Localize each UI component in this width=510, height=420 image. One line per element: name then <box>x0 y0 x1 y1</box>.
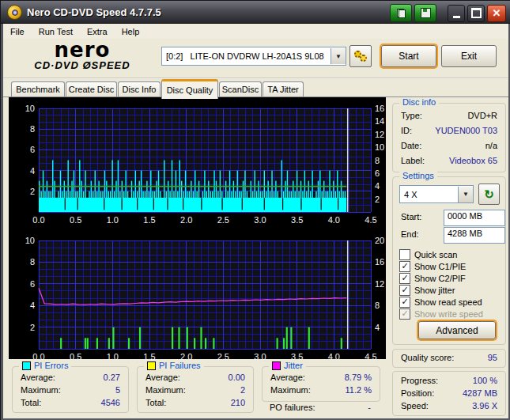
checkbox-show-c2-pif[interactable]: ✓Show C2/PIF <box>399 272 466 284</box>
axis-tick: 2 <box>30 187 35 196</box>
menu-run-test[interactable]: Run Test <box>32 25 80 38</box>
axis-tick: 16 <box>375 257 384 267</box>
pi-failures-legend-icon <box>147 361 156 370</box>
app-icon <box>7 5 22 20</box>
speed-select[interactable]: 4 X ▼ <box>399 185 474 203</box>
checkbox-icon[interactable]: ✓ <box>399 261 410 272</box>
tab-disc-info[interactable]: Disc Info <box>118 81 161 96</box>
close-button[interactable]: ✕ <box>487 5 506 22</box>
drive-options-button[interactable] <box>349 45 372 67</box>
start-button[interactable]: Start <box>381 45 436 67</box>
nero-logo: nero CD·DVD ØSPEED <box>11 40 153 71</box>
checkbox-icon[interactable]: ✓ <box>399 297 410 308</box>
menu-bar: File Run Test Extra Help <box>3 24 508 40</box>
speed-chevron-down-icon[interactable]: ▼ <box>458 187 473 202</box>
axis-tick: 8 <box>375 156 380 165</box>
axis-tick: 6 <box>375 168 380 178</box>
tab-benchmark[interactable]: Benchmark <box>11 81 65 96</box>
refresh-icon: ↻ <box>484 187 494 202</box>
axis-tick: 2 <box>30 323 35 332</box>
checkbox-icon[interactable]: ✓ <box>399 273 410 284</box>
axis-tick: 3.0 <box>254 352 266 361</box>
quality-score-panel: Quality score: 95 <box>392 349 506 368</box>
pie-max-label: Maximum: <box>21 385 61 397</box>
disc-info-panel: Disc info Type:DVD+R ID:YUDEN000 T03 Dat… <box>392 103 506 172</box>
position-value: 4287 MB <box>463 388 497 400</box>
jitter-max-label: Maximum: <box>270 385 311 397</box>
progress-label: Progress: <box>401 376 438 388</box>
axis-tick: 2.5 <box>217 352 229 361</box>
axis-tick: 8 <box>30 257 35 267</box>
checkbox-label: Show jitter <box>414 286 455 295</box>
tab-scandisc[interactable]: ScanDisc <box>219 81 262 96</box>
jitter-stats: Jitter Average:8.79 % Maximum:11.2 % <box>262 366 380 402</box>
quality-score-value: 95 <box>488 353 497 365</box>
menu-file[interactable]: File <box>3 25 32 38</box>
save-button[interactable] <box>414 4 436 22</box>
exit-button[interactable]: Exit <box>441 45 497 67</box>
axis-tick: 3.0 <box>254 215 266 225</box>
pie-avg-label: Average: <box>21 373 55 384</box>
checkbox-show-jitter[interactable]: ✓Show jitter <box>399 284 455 296</box>
start-field-label: Start: <box>401 212 421 221</box>
checkbox-icon[interactable]: ✓ <box>399 285 410 296</box>
close-icon: ✕ <box>493 8 501 18</box>
menu-help[interactable]: Help <box>115 25 147 38</box>
axis-tick: 20 <box>375 236 384 245</box>
progress-panel: Progress:100 % Position:4287 MB Speed:3.… <box>392 371 506 416</box>
jitter-max-value: 11.2 % <box>346 385 372 397</box>
copy-button[interactable] <box>390 4 412 22</box>
disc-info-title: Disc info <box>399 97 439 107</box>
axis-tick: 4.0 <box>328 215 340 225</box>
axis-tick: 4.5 <box>365 352 376 361</box>
pie-total-value: 4546 <box>101 398 120 410</box>
axis-tick: 3.5 <box>291 215 303 225</box>
checkbox-show-read-speed[interactable]: ✓Show read speed <box>399 296 482 308</box>
axis-tick: 1.0 <box>107 215 119 225</box>
maximize-button[interactable] <box>467 5 485 22</box>
axis-tick: 0.5 <box>70 215 81 225</box>
axis-tick: 8 <box>30 124 35 134</box>
axis-tick: 8 <box>375 301 380 310</box>
chevron-down-icon[interactable]: ▼ <box>331 48 346 64</box>
axis-tick: 14 <box>375 116 384 126</box>
checkbox-show-c1-pie[interactable]: ✓Show C1/PIE <box>399 260 466 272</box>
minimize-button[interactable] <box>448 5 465 22</box>
refresh-button[interactable]: ↻ <box>478 184 500 205</box>
axis-tick: 4 <box>375 181 380 191</box>
menu-extra[interactable]: Extra <box>80 25 115 38</box>
tab-create-disc[interactable]: Create Disc <box>66 81 117 96</box>
start-field[interactable]: 0000 MB <box>444 210 505 226</box>
header: nero CD·DVD ØSPEED [0:2] LITE-ON DVDRW L… <box>3 39 508 78</box>
jitter-avg-value: 8.79 % <box>345 373 372 384</box>
pi-errors-chart: 1086421614121086420.00.51.01.52.02.53.03… <box>9 97 386 226</box>
tab-ta-jitter[interactable]: TA Jitter <box>263 81 304 96</box>
pie-avg-value: 0.27 <box>104 373 120 384</box>
tab-bar: Benchmark Create Disc Disc Info Disc Qua… <box>3 79 508 96</box>
copy-icon <box>397 9 406 18</box>
pi-errors-legend-icon <box>22 361 31 370</box>
end-field[interactable]: 4288 MB <box>444 227 505 244</box>
quality-score-label: Quality score: <box>401 353 454 365</box>
chart-panel: 1086421614121086420.00.51.01.52.02.53.03… <box>9 97 386 359</box>
checkbox-label: Quick scan <box>414 250 457 259</box>
disc-label-value: Videobox 65 <box>449 156 497 168</box>
checkbox-icon: ✓ <box>399 308 410 320</box>
disc-type-value: DVD+R <box>467 111 497 123</box>
disc-date-value: n/a <box>485 141 497 153</box>
pi-errors-stats: PI Errors Average:0.27 Maximum:5 Total:4… <box>12 366 129 413</box>
drive-select[interactable]: [0:2] LITE-ON DVDRW LH-20A1S 9L08 ▼ <box>161 47 346 66</box>
axis-tick: 10 <box>25 104 35 113</box>
drive-select-value: [0:2] LITE-ON DVDRW LH-20A1S 9L08 <box>162 51 331 61</box>
pi-errors-title: PI Errors <box>34 361 68 370</box>
checkbox-icon[interactable] <box>399 249 410 260</box>
axis-tick: 4.5 <box>365 215 376 225</box>
tab-disc-quality[interactable]: Disc Quality <box>161 79 218 99</box>
checkbox-label: Show read speed <box>414 297 482 307</box>
advanced-button[interactable]: Advanced <box>418 321 496 339</box>
checkbox-label: Show C1/PIE <box>414 262 466 271</box>
checkbox-quick-scan[interactable]: Quick scan <box>399 248 457 260</box>
end-field-label: End: <box>401 229 419 239</box>
pif-total-value: 210 <box>231 398 245 410</box>
maximize-icon <box>471 8 482 18</box>
